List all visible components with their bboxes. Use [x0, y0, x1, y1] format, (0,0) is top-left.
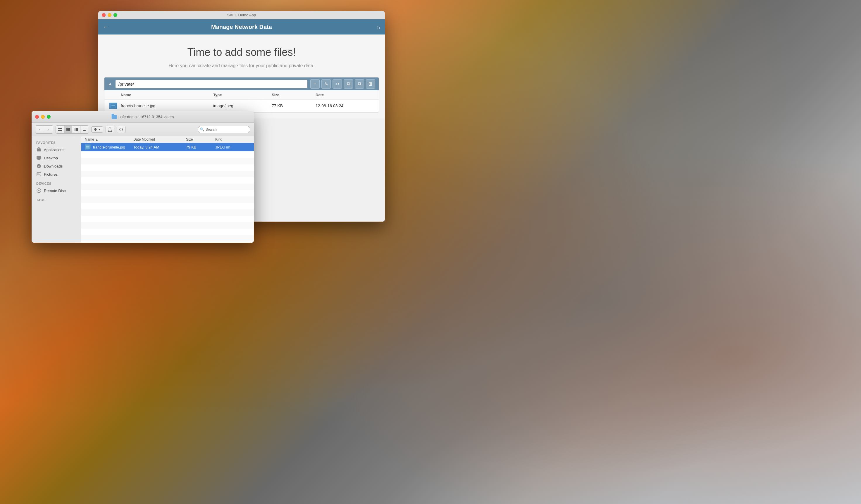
file-name-cell: francis-brunelle.jpg: [85, 144, 133, 150]
finder-action-button[interactable]: ⚙ ▼: [91, 126, 103, 133]
cut-button[interactable]: ✂: [332, 79, 342, 88]
desktop-label: Desktop: [44, 156, 58, 160]
sidebar-item-desktop[interactable]: Desktop: [31, 154, 81, 162]
header-title: Manage Network Data: [211, 24, 272, 30]
file-size: 79 KB: [186, 145, 215, 149]
col-name-header[interactable]: Name ▲: [85, 137, 133, 141]
file-name: francis-brunelle.jpg: [93, 145, 125, 149]
svg-rect-12: [77, 128, 78, 131]
minimize-button[interactable]: [108, 13, 111, 17]
downloads-icon: [36, 164, 42, 169]
finder-toolbar: ‹ › ⚙ ▼: [31, 123, 254, 136]
sidebar-item-pictures[interactable]: Pictures: [31, 170, 81, 178]
file-table-header: Name Type Size Date: [105, 90, 379, 100]
subtitle: Here you can create and manage files for…: [104, 63, 379, 68]
pictures-label: Pictures: [44, 172, 58, 177]
desktop-icon: [36, 155, 42, 160]
back-button[interactable]: ←: [103, 23, 109, 31]
svg-rect-5: [58, 130, 60, 131]
svg-rect-21: [37, 172, 41, 176]
svg-rect-7: [66, 128, 70, 129]
path-up-button[interactable]: ▲: [108, 81, 113, 86]
svg-rect-17: [37, 156, 41, 159]
chevron-down-icon: ▼: [98, 128, 100, 131]
paste-button[interactable]: ⧉: [355, 79, 364, 88]
safe-file-browser: ▲ + ✎ ✂ ⧉ ⧉ 🗑 Name Type Size Date: [104, 77, 379, 113]
finder-close-button[interactable]: [35, 115, 39, 119]
main-title: Time to add some files!: [104, 46, 379, 58]
finder-tag-button[interactable]: [117, 126, 125, 133]
safe-path-bar: ▲ + ✎ ✂ ⧉ ⧉ 🗑: [105, 78, 379, 90]
file-size: 77 KB: [272, 103, 316, 108]
safe-toolbar-buttons: + ✎ ✂ ⧉ ⧉ 🗑: [310, 79, 375, 88]
finder-forward-button[interactable]: ›: [44, 126, 53, 133]
maximize-button[interactable]: [113, 13, 117, 17]
col-type-header: Type: [213, 93, 272, 97]
view-columns-button[interactable]: [72, 126, 80, 133]
svg-rect-9: [66, 130, 70, 131]
col-size-header: Size: [272, 93, 316, 97]
safe-content: Time to add some files! Here you can cre…: [98, 34, 385, 118]
gear-icon: ⚙: [94, 127, 97, 131]
favorites-section: Favorites Applications: [31, 140, 81, 178]
col-size-header[interactable]: Size: [186, 137, 215, 141]
svg-rect-13: [83, 128, 86, 130]
svg-rect-14: [83, 130, 86, 131]
finder-maximize-button[interactable]: [47, 115, 51, 119]
view-icon-button[interactable]: [56, 126, 64, 133]
file-date: Today, 3:24 AM: [133, 145, 186, 149]
finder-view-buttons: [56, 125, 89, 134]
svg-rect-3: [58, 128, 60, 129]
finder-share-button[interactable]: [106, 126, 114, 133]
edit-button[interactable]: ✎: [322, 79, 331, 88]
svg-rect-6: [60, 130, 62, 131]
home-button[interactable]: ⌂: [377, 24, 380, 30]
finder-file-list: Name ▲ Date Modified Size Kind: [81, 136, 254, 243]
col-kind-header[interactable]: Kind: [215, 137, 250, 141]
view-cover-button[interactable]: [80, 126, 88, 133]
file-kind: JPEG im: [215, 145, 250, 149]
svg-rect-18: [38, 159, 40, 159]
svg-rect-2: [111, 105, 115, 106]
finder-nav-buttons: ‹ ›: [35, 125, 53, 134]
safe-title-bar: SAFE Demo App: [98, 11, 385, 19]
finder-window: safe-demo-116712-91354-vjaers ‹ › ⚙ ▼: [31, 111, 254, 243]
svg-rect-4: [60, 128, 62, 129]
devices-section: Devices Remote Disc: [31, 181, 81, 195]
applications-icon: [36, 147, 42, 152]
remote-disc-label: Remote Disc: [44, 188, 66, 193]
sidebar-item-downloads[interactable]: Downloads: [31, 162, 81, 170]
file-name: francis-brunelle.jpg: [121, 103, 213, 108]
delete-button[interactable]: 🗑: [366, 79, 375, 88]
add-file-button[interactable]: +: [310, 79, 320, 88]
file-list-header: Name ▲ Date Modified Size Kind: [81, 136, 254, 143]
applications-label: Applications: [44, 148, 64, 152]
finder-title-center: safe-demo-116712-91354-vjaers: [112, 115, 174, 119]
remote-disc-icon: [36, 188, 42, 193]
svg-point-22: [38, 173, 39, 174]
app-title: SAFE Demo App: [227, 13, 256, 17]
svg-point-24: [38, 190, 40, 191]
finder-back-button[interactable]: ‹: [36, 126, 44, 133]
sidebar-item-applications[interactable]: Applications: [31, 145, 81, 154]
devices-header: Devices: [31, 181, 81, 186]
svg-rect-10: [74, 128, 76, 131]
path-input[interactable]: [115, 80, 308, 88]
folder-icon: [112, 115, 117, 119]
table-row[interactable]: francis-brunelle.jpg image/jpeg 77 KB 12…: [105, 100, 379, 112]
finder-body: Favorites Applications: [31, 136, 254, 243]
sort-indicator: ▲: [95, 138, 98, 141]
copy-button[interactable]: ⧉: [344, 79, 353, 88]
svg-rect-11: [76, 128, 77, 131]
finder-sidebar: Favorites Applications: [31, 136, 81, 243]
table-row[interactable]: francis-brunelle.jpg Today, 3:24 AM 79 K…: [81, 143, 254, 151]
col-date-header[interactable]: Date Modified: [133, 137, 186, 141]
finder-minimize-button[interactable]: [41, 115, 45, 119]
view-list-button[interactable]: [64, 126, 72, 133]
search-input[interactable]: [198, 126, 250, 133]
favorites-header: Favorites: [31, 140, 81, 145]
pictures-icon: [36, 172, 42, 177]
close-button[interactable]: [102, 13, 106, 17]
sidebar-item-remote-disc[interactable]: Remote Disc: [31, 186, 81, 195]
downloads-label: Downloads: [44, 164, 63, 168]
